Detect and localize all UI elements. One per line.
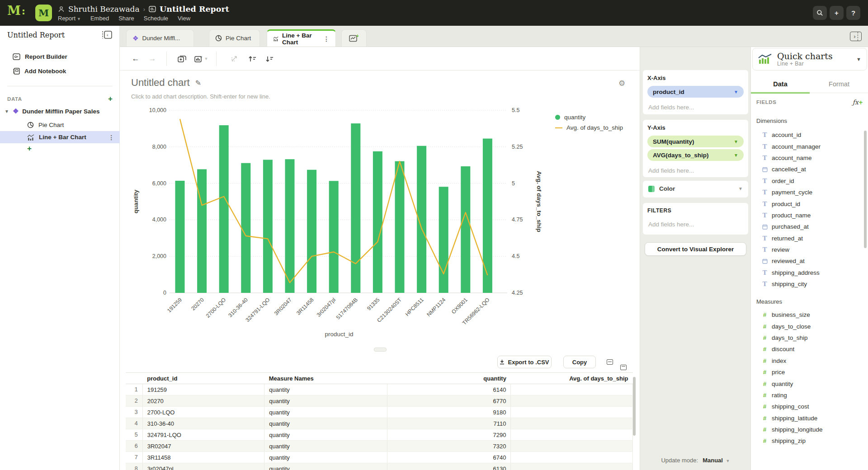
search-button[interactable] bbox=[813, 6, 827, 20]
tab-menu-icon[interactable]: ⋮ bbox=[323, 35, 330, 42]
bar-20270[interactable] bbox=[197, 169, 207, 293]
chart-type-selector[interactable]: Quick charts Line + Bar ▼ bbox=[752, 48, 867, 70]
y-axis-field-pill-sum-quantity[interactable]: SUM(quantity)▼ bbox=[647, 136, 744, 147]
table-row[interactable]: 1191259quantity6140 bbox=[126, 384, 633, 395]
field-price[interactable]: #price bbox=[751, 367, 863, 378]
table-row[interactable]: 5324791-LQOquantity7290 bbox=[126, 429, 633, 441]
field-returned_at[interactable]: Treturned_at bbox=[751, 233, 863, 244]
field-quantity[interactable]: #quantity bbox=[751, 378, 863, 389]
bar-OX9001[interactable] bbox=[461, 166, 470, 293]
tab-pie-chart[interactable]: Pie Chart bbox=[209, 29, 260, 47]
chart-item-menu-icon[interactable]: ⋮ bbox=[108, 134, 115, 141]
field-shipping_city[interactable]: Tshipping_city bbox=[751, 278, 863, 290]
y-axis-field-pill-avg-days-to-ship[interactable]: AVG(days_to_ship)▼ bbox=[647, 149, 744, 161]
col-product-id[interactable]: product_id bbox=[142, 373, 264, 384]
chart-description-placeholder[interactable]: Click to add chart description. Shift-en… bbox=[131, 93, 270, 100]
mode-logo[interactable]: M bbox=[7, 5, 24, 17]
col-measure-names[interactable]: Measure Names bbox=[264, 373, 387, 384]
tab-dunder-mifflin[interactable]: ❖ Dunder Miffl... bbox=[126, 29, 194, 47]
convert-to-visual-explorer-button[interactable]: Convert to Visual Explorer bbox=[645, 242, 746, 256]
field-business_size[interactable]: #business_size bbox=[751, 309, 863, 320]
panel-resize-handle[interactable] bbox=[374, 348, 387, 352]
field-purchased_at[interactable]: purchased_at bbox=[751, 221, 863, 232]
swap-axes-button[interactable] bbox=[227, 52, 241, 66]
table-row[interactable]: 63R02047quantity7320 bbox=[126, 441, 633, 452]
field-days_to_ship[interactable]: #days_to_ship bbox=[751, 332, 863, 343]
table-row[interactable]: 32700-LQOquantity9180 bbox=[126, 407, 633, 418]
field-order_id[interactable]: Torder_id bbox=[751, 175, 863, 187]
sidebar-item-line-bar-chart[interactable]: Line + Bar Chart ⋮ bbox=[0, 131, 120, 143]
y-axis-add-fields[interactable]: Add fields here... bbox=[643, 163, 748, 179]
table-row[interactable]: 73R11458quantity6740 bbox=[126, 452, 633, 463]
top-menu-view[interactable]: View bbox=[178, 15, 190, 22]
bar-2700-LQO[interactable] bbox=[219, 125, 229, 293]
field-cancelled_at[interactable]: cancelled_at bbox=[751, 164, 863, 175]
tab-data[interactable]: Data bbox=[751, 77, 810, 94]
add-formula-button[interactable]: ƒx+ bbox=[853, 99, 863, 106]
sort-descending-button[interactable] bbox=[263, 52, 276, 66]
bar-324791-LQO[interactable] bbox=[263, 160, 273, 293]
table-row[interactable]: 83r02047plquantity6130 bbox=[126, 463, 633, 470]
field-shipping_cost[interactable]: #shipping_cost bbox=[751, 401, 863, 412]
x-axis-add-fields[interactable]: Add fields here... bbox=[643, 99, 748, 116]
table-row[interactable]: 220270quantity6770 bbox=[126, 395, 633, 407]
bar-3R02047[interactable] bbox=[285, 159, 295, 293]
field-account_id[interactable]: Taccount_id bbox=[751, 129, 863, 141]
delete-chart-button[interactable]: × ▼ bbox=[191, 52, 211, 66]
tab-format[interactable]: Format bbox=[810, 77, 868, 94]
field-shipping_address[interactable]: Tshipping_address bbox=[751, 267, 863, 278]
add-chart-tab-button[interactable]: + bbox=[341, 29, 367, 47]
fields-scrollbar[interactable] bbox=[864, 131, 867, 248]
tab-line-bar-chart[interactable]: Line + Bar Chart ⋮ bbox=[267, 29, 336, 47]
field-rating[interactable]: #rating bbox=[751, 390, 863, 401]
field-days_to_close[interactable]: #days_to_close bbox=[751, 320, 863, 332]
field-reviewed_at[interactable]: reviewed_at bbox=[751, 255, 863, 267]
x-axis-field-pill[interactable]: product_id▼ bbox=[647, 86, 744, 98]
bar-C2130240ST[interactable] bbox=[395, 161, 405, 293]
chart-settings-gear-icon[interactable]: ⚙ bbox=[618, 79, 625, 88]
duplicate-chart-button[interactable] bbox=[175, 52, 189, 66]
collapse-right-panel-button[interactable]: › bbox=[850, 32, 862, 41]
bar-310-36-40[interactable] bbox=[241, 163, 250, 293]
col-quantity[interactable]: quantity bbox=[387, 373, 511, 384]
bar-NMP1124[interactable] bbox=[439, 187, 448, 293]
field-review[interactable]: Treview bbox=[751, 244, 863, 255]
top-menu-schedule[interactable]: Schedule bbox=[144, 15, 168, 22]
field-product_name[interactable]: Tproduct_name bbox=[751, 210, 863, 221]
top-menu-embed[interactable]: Embed bbox=[90, 15, 109, 22]
sidebar-item-report-builder[interactable]: Report Builder bbox=[0, 50, 120, 63]
filters-add-fields[interactable]: Add fields here... bbox=[643, 216, 748, 233]
undo-button[interactable]: ← bbox=[129, 52, 142, 66]
help-button[interactable]: ? bbox=[846, 6, 860, 20]
breadcrumb-workspace[interactable]: Shruthi Bezawada bbox=[68, 5, 140, 14]
bar-3r02047pl[interactable] bbox=[329, 181, 339, 293]
sidebar-item-pie-chart[interactable]: Pie Chart bbox=[0, 119, 120, 131]
field-account_manager[interactable]: Taccount_manager bbox=[751, 141, 863, 152]
sidebar-item-add-notebook[interactable]: Add Notebook bbox=[0, 65, 120, 77]
workspace-logo[interactable]: M bbox=[35, 5, 52, 21]
chevron-down-icon[interactable]: ▼ bbox=[5, 109, 9, 114]
edit-title-icon[interactable]: ✎ bbox=[195, 79, 201, 87]
color-setting[interactable]: Color ▼ bbox=[643, 181, 748, 197]
field-discount[interactable]: #discount bbox=[751, 343, 863, 355]
bar-51747084B[interactable] bbox=[351, 123, 360, 293]
bar-3R11458[interactable] bbox=[307, 170, 316, 293]
collapse-sidebar-button[interactable]: ‹ bbox=[102, 30, 113, 39]
field-payment_cycle[interactable]: Tpayment_cycle bbox=[751, 187, 863, 198]
dataset-item[interactable]: ▼ ❖ Dunder Mifflin Paper Sales bbox=[0, 105, 120, 117]
table-scrollbar[interactable] bbox=[633, 377, 636, 436]
bar-91335[interactable] bbox=[373, 151, 382, 293]
top-menu-share[interactable]: Share bbox=[118, 15, 134, 22]
col-avg-days-to-ship[interactable]: Avg. of days_to_ship bbox=[511, 373, 633, 384]
bar-TR56962-LQO[interactable] bbox=[483, 139, 492, 293]
maximize-table-icon[interactable] bbox=[620, 365, 627, 370]
redo-button[interactable]: → bbox=[146, 52, 159, 66]
field-index[interactable]: #index bbox=[751, 355, 863, 367]
breadcrumb-report-title[interactable]: Untitled Report bbox=[160, 5, 229, 14]
field-shipping_longitude[interactable]: #shipping_longitude bbox=[751, 424, 863, 435]
field-shipping_zip[interactable]: #shipping_zip bbox=[751, 435, 863, 446]
copy-button[interactable]: Copy bbox=[563, 356, 596, 368]
update-mode-value[interactable]: Manual ▼ bbox=[703, 457, 730, 464]
add-chart-button[interactable]: + bbox=[27, 144, 32, 153]
bar-191259[interactable] bbox=[175, 181, 185, 293]
